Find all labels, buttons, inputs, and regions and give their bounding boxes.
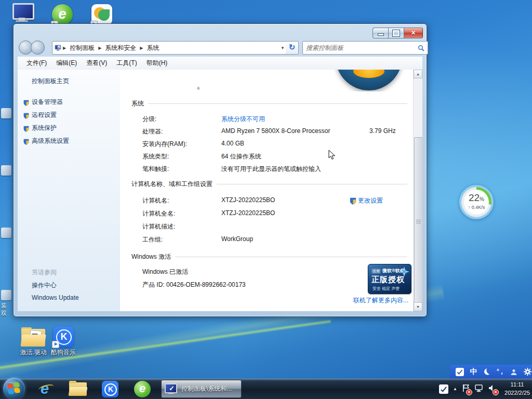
sidebar-item-action-center[interactable]: 操作中心 [32,281,57,290]
system-window-icon: ✓ [165,383,178,395]
taskbar-clock[interactable]: 11:11 2022/2/25 [504,380,530,397]
uac-shield-icon [23,100,29,106]
start-button[interactable] [3,378,25,399]
badge-use-label: 使用 [371,269,381,274]
activation-status: Windows 已激活 [142,268,188,276]
tray-network-icon[interactable] [475,384,484,394]
ime-status-icon[interactable] [456,368,464,376]
menu-tools[interactable]: 工具(T) [112,57,141,69]
menu-edit[interactable]: 编辑(E) [51,57,82,69]
tray-volume-muted-icon[interactable]: ✕ [488,384,497,394]
minimize-icon [378,33,384,36]
ime-language-bar[interactable]: 中 °， [450,365,532,379]
sidebar-item-advanced-settings[interactable]: 高级系统设置 [32,137,69,145]
forward-button[interactable]: → [31,41,45,55]
search-placeholder: 搜索控制面板 [306,44,418,52]
workgroup-value: WorkGroup [221,235,253,243]
genuine-microsoft-badge: 使用 微软®软件 正版授权 安全 稳定 声誉 [368,264,411,294]
internet-explorer-icon: e [41,380,49,397]
speed-widget[interactable]: 22% ↑ 0.4K/s [459,185,494,219]
kugou-icon: K [102,381,118,397]
processor-speed: 3.79 GHz [369,127,396,135]
search-input[interactable]: 搜索控制面板 [302,41,428,55]
computer-icon [10,3,33,22]
maximize-button[interactable] [388,28,404,38]
window-client-area: 控制面板主页 设备管理器 远程设置 系统保护 高级系统设置 另请参阅 操作中心 … [18,70,422,311]
taskbar-360browser-button[interactable]: e [132,380,153,397]
menu-file[interactable]: 文件(F) [22,57,51,69]
vertical-scrollbar[interactable]: ▲ ▼ [413,70,422,311]
taskbar-ie-button[interactable]: e [34,380,55,397]
desktop-icon-fragment[interactable]: 装 双 [1,290,12,317]
error-badge: ✕ [466,389,472,395]
sidebar-item-device-manager[interactable]: 设备管理器 [32,98,63,107]
sidebar-item-windows-update[interactable]: Windows Update [32,294,79,301]
forward-icon: → [34,43,42,51]
scroll-up-button[interactable]: ▲ [414,70,422,78]
minimize-button[interactable] [373,28,388,38]
clock-date: 2022/2/25 [504,389,530,397]
address-bar[interactable]: ▶ 控制面板 ▶ 系统和安全 ▶ 系统 ▼ [52,41,289,55]
system-type-value: 64 位操作系统 [221,152,261,161]
learn-more-link[interactable]: 联机了解更多内容... [353,296,408,305]
desktop-icon-browser-green[interactable]: e ➤ [48,4,77,25]
ime-settings-gear-icon[interactable] [524,368,531,376]
menu-help[interactable]: 帮助(H) [142,57,172,69]
desktop-icon-fragment[interactable] [1,165,12,177]
rating-unavailable-link[interactable]: 系统分级不可用 [221,115,265,124]
tray-show-hidden-button[interactable]: ▲ [453,387,457,391]
system-favicon [55,45,62,51]
uac-shield-icon [23,139,29,145]
tray-driver-tool-icon[interactable] [439,384,448,394]
desktop-icon-fragment[interactable] [1,228,12,240]
taskbar-explorer-button[interactable] [68,380,88,397]
ram-label: 安装内存(RAM): [142,140,187,149]
breadcrumb-system[interactable]: 系统 [143,44,162,52]
system-tray: ▲ ✕ ✕ [439,379,497,399]
close-icon: ✕ [411,30,416,36]
clock-time: 11:11 [504,380,530,389]
window-titlebar[interactable]: ✕ [14,24,427,39]
mute-badge: ✕ [493,389,499,395]
scroll-down-button[interactable]: ▼ [414,302,422,311]
computer-description-label: 计算机描述: [142,222,175,231]
ime-fullwidth-moon-icon[interactable] [483,368,490,376]
section-header-system: 系统 [131,99,407,108]
scrollbar-thumb[interactable] [414,137,422,305]
widget-speed: 0.4K/s [472,205,485,210]
ime-user-icon[interactable] [510,368,517,376]
ime-chinese-toggle[interactable]: 中 [470,367,477,377]
workgroup-label: 工作组: [142,235,163,244]
sidebar: 控制面板主页 设备管理器 远程设置 系统保护 高级系统设置 另请参阅 操作中心 … [18,70,120,311]
uac-shield-icon [23,113,29,119]
pen-touch-value: 没有可用于此显示器的笔或触控输入 [221,165,321,174]
computer-name-value: XTZJ-20220225BO [221,196,275,204]
sidebar-item-system-protection[interactable]: 系统保护 [32,124,57,132]
refresh-button[interactable]: ↻ [286,41,299,55]
breadcrumb-sep-icon: ▶ [62,46,66,50]
widget-percent-sign: % [480,196,484,202]
taskbar-kugou-button[interactable]: K [100,380,121,397]
back-icon: ← [22,43,30,51]
breadcrumb-sep-icon: ▶ [98,46,102,50]
processor-label: 处理器: [142,127,163,136]
desktop-icon-computer[interactable] [7,3,36,22]
close-button[interactable]: ✕ [404,28,423,38]
system-control-panel-window: ✕ ← → ▶ 控制面板 ▶ 系统和安全 ▶ 系统 ▼ ↻ 搜索控制面板 文件(… [13,23,427,317]
desktop-icon-kugou[interactable]: K ➤ 酷狗音乐 [45,326,82,357]
taskbar-active-task-control-panel[interactable]: ✓ 控制面板\系统和... [161,380,242,398]
tray-action-center-icon[interactable]: ✕ [462,384,470,394]
badge-star-icon [399,267,409,277]
system-type-label: 系统类型: [142,152,169,161]
sidebar-item-home[interactable]: 控制面板主页 [32,77,69,86]
desktop-icon-swirl-app[interactable]: ➤ [87,4,116,25]
sidebar-item-remote-settings[interactable]: 远程设置 [32,111,57,119]
breadcrumb-system-security[interactable]: 系统和安全 [102,44,139,52]
check-icon [439,384,448,394]
shortcut-arrow-icon: ➤ [52,341,59,348]
menu-view[interactable]: 查看(V) [82,57,112,69]
desktop-icon-fragment[interactable] [1,108,12,120]
breadcrumb-control-panel[interactable]: 控制面板 [66,44,98,52]
change-settings-link[interactable]: 更改设置 [350,196,383,205]
ime-punctuation-toggle[interactable]: °， [497,367,504,376]
